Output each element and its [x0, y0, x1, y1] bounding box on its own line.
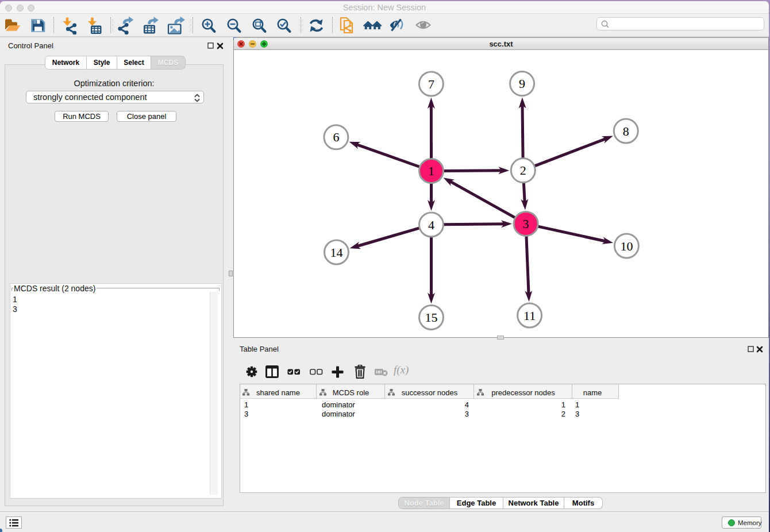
svg-text:9: 9 — [519, 76, 525, 91]
svg-text:8: 8 — [623, 124, 629, 138]
svg-text:11: 11 — [523, 309, 536, 323]
svg-text:10: 10 — [620, 239, 633, 253]
svg-text:4: 4 — [428, 218, 434, 232]
svg-text:1: 1 — [428, 164, 434, 178]
svg-text:15: 15 — [425, 310, 438, 325]
svg-text:3: 3 — [523, 217, 529, 231]
svg-text:2: 2 — [520, 163, 526, 178]
svg-text:6: 6 — [333, 130, 339, 144]
svg-text:7: 7 — [428, 77, 434, 91]
svg-text:14: 14 — [330, 245, 343, 260]
